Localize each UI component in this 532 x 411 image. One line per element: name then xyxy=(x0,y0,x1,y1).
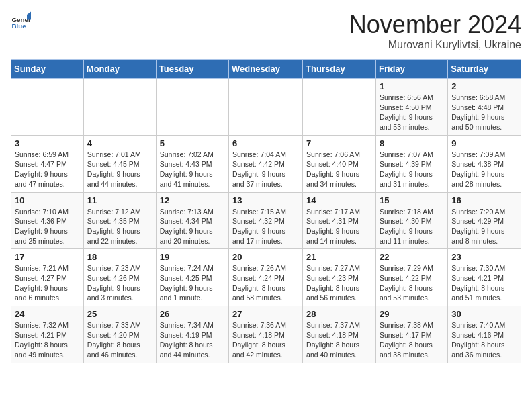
day-info: Sunrise: 7:32 AMSunset: 4:21 PMDaylight:… xyxy=(15,320,80,360)
day-number: 12 xyxy=(160,195,225,205)
day-number: 25 xyxy=(87,309,152,319)
header-monday: Monday xyxy=(83,60,156,79)
day-number: 2 xyxy=(451,81,517,91)
svg-marker-2 xyxy=(27,12,31,20)
subtitle: Murovani Kurylivtsi, Ukraine xyxy=(349,39,521,51)
calendar-cell: 27Sunrise: 7:36 AMSunset: 4:18 PMDayligh… xyxy=(229,306,303,363)
day-number: 24 xyxy=(15,309,80,319)
day-info: Sunrise: 7:37 AMSunset: 4:18 PMDaylight:… xyxy=(306,320,372,360)
day-number: 10 xyxy=(15,195,80,205)
day-number: 1 xyxy=(380,81,444,91)
day-number: 19 xyxy=(160,252,225,262)
day-info: Sunrise: 7:30 AMSunset: 4:21 PMDaylight:… xyxy=(451,263,517,303)
day-number: 20 xyxy=(232,252,299,262)
week-row-2: 10Sunrise: 7:10 AMSunset: 4:36 PMDayligh… xyxy=(11,192,521,249)
calendar-cell: 8Sunrise: 7:07 AMSunset: 4:39 PMDaylight… xyxy=(375,135,447,192)
day-number: 30 xyxy=(451,309,517,319)
calendar-cell: 17Sunrise: 7:21 AMSunset: 4:27 PMDayligh… xyxy=(11,249,84,306)
day-info: Sunrise: 7:01 AMSunset: 4:45 PMDaylight:… xyxy=(87,150,152,189)
calendar-cell: 1Sunrise: 6:56 AMSunset: 4:50 PMDaylight… xyxy=(375,79,447,136)
logo-icon: General Blue xyxy=(11,11,31,31)
calendar-cell xyxy=(156,79,228,136)
calendar-cell: 18Sunrise: 7:23 AMSunset: 4:26 PMDayligh… xyxy=(83,249,156,306)
day-info: Sunrise: 7:12 AMSunset: 4:35 PMDaylight:… xyxy=(87,207,152,246)
day-number: 14 xyxy=(306,195,372,205)
header-row: SundayMondayTuesdayWednesdayThursdayFrid… xyxy=(11,60,521,79)
day-info: Sunrise: 6:56 AMSunset: 4:50 PMDaylight:… xyxy=(380,93,444,132)
day-info: Sunrise: 7:29 AMSunset: 4:22 PMDaylight:… xyxy=(380,263,444,303)
calendar-header: SundayMondayTuesdayWednesdayThursdayFrid… xyxy=(11,60,521,79)
day-number: 11 xyxy=(87,195,152,205)
calendar-cell: 19Sunrise: 7:24 AMSunset: 4:25 PMDayligh… xyxy=(156,249,228,306)
day-number: 13 xyxy=(232,195,299,205)
calendar-cell: 25Sunrise: 7:33 AMSunset: 4:20 PMDayligh… xyxy=(83,306,156,363)
day-number: 4 xyxy=(87,138,152,148)
day-number: 23 xyxy=(451,252,517,262)
day-number: 15 xyxy=(380,195,444,205)
calendar-cell: 2Sunrise: 6:58 AMSunset: 4:48 PMDaylight… xyxy=(448,79,521,136)
day-number: 7 xyxy=(306,138,372,148)
day-info: Sunrise: 7:24 AMSunset: 4:25 PMDaylight:… xyxy=(160,263,225,303)
calendar-cell: 23Sunrise: 7:30 AMSunset: 4:21 PMDayligh… xyxy=(448,249,521,306)
day-number: 27 xyxy=(232,309,299,319)
day-number: 5 xyxy=(160,138,225,148)
day-info: Sunrise: 7:36 AMSunset: 4:18 PMDaylight:… xyxy=(232,320,299,360)
calendar-cell: 22Sunrise: 7:29 AMSunset: 4:22 PMDayligh… xyxy=(375,249,447,306)
calendar-cell: 11Sunrise: 7:12 AMSunset: 4:35 PMDayligh… xyxy=(83,192,156,249)
header-tuesday: Tuesday xyxy=(156,60,228,79)
calendar-cell: 13Sunrise: 7:15 AMSunset: 4:32 PMDayligh… xyxy=(229,192,303,249)
week-row-1: 3Sunrise: 6:59 AMSunset: 4:47 PMDaylight… xyxy=(11,135,521,192)
calendar-cell: 6Sunrise: 7:04 AMSunset: 4:42 PMDaylight… xyxy=(229,135,303,192)
day-number: 21 xyxy=(306,252,372,262)
day-number: 22 xyxy=(380,252,444,262)
week-row-4: 24Sunrise: 7:32 AMSunset: 4:21 PMDayligh… xyxy=(11,306,521,363)
day-info: Sunrise: 7:38 AMSunset: 4:17 PMDaylight:… xyxy=(380,320,444,360)
calendar-cell: 10Sunrise: 7:10 AMSunset: 4:36 PMDayligh… xyxy=(11,192,84,249)
calendar-cell: 24Sunrise: 7:32 AMSunset: 4:21 PMDayligh… xyxy=(11,306,84,363)
calendar-cell: 7Sunrise: 7:06 AMSunset: 4:40 PMDaylight… xyxy=(303,135,376,192)
calendar-cell: 16Sunrise: 7:20 AMSunset: 4:29 PMDayligh… xyxy=(448,192,521,249)
day-info: Sunrise: 7:34 AMSunset: 4:19 PMDaylight:… xyxy=(160,320,225,360)
calendar-body: 1Sunrise: 6:56 AMSunset: 4:50 PMDaylight… xyxy=(11,79,521,363)
day-info: Sunrise: 7:40 AMSunset: 4:16 PMDaylight:… xyxy=(451,320,517,360)
day-info: Sunrise: 7:26 AMSunset: 4:24 PMDaylight:… xyxy=(232,263,299,303)
header-thursday: Thursday xyxy=(303,60,376,79)
day-info: Sunrise: 7:06 AMSunset: 4:40 PMDaylight:… xyxy=(306,150,372,189)
calendar-cell: 21Sunrise: 7:27 AMSunset: 4:23 PMDayligh… xyxy=(303,249,376,306)
header-sunday: Sunday xyxy=(11,60,84,79)
header-wednesday: Wednesday xyxy=(229,60,303,79)
day-info: Sunrise: 7:13 AMSunset: 4:34 PMDaylight:… xyxy=(160,207,225,246)
calendar-cell: 12Sunrise: 7:13 AMSunset: 4:34 PMDayligh… xyxy=(156,192,228,249)
day-info: Sunrise: 7:27 AMSunset: 4:23 PMDaylight:… xyxy=(306,263,372,303)
day-number: 26 xyxy=(160,309,225,319)
calendar-cell: 28Sunrise: 7:37 AMSunset: 4:18 PMDayligh… xyxy=(303,306,376,363)
calendar-cell: 26Sunrise: 7:34 AMSunset: 4:19 PMDayligh… xyxy=(156,306,228,363)
day-info: Sunrise: 7:18 AMSunset: 4:30 PMDaylight:… xyxy=(380,207,444,246)
svg-text:Blue: Blue xyxy=(12,22,27,30)
calendar-cell: 5Sunrise: 7:02 AMSunset: 4:43 PMDaylight… xyxy=(156,135,228,192)
calendar-cell xyxy=(11,79,84,136)
title-block: November 2024 Murovani Kurylivtsi, Ukrai… xyxy=(349,11,521,51)
calendar-cell xyxy=(229,79,303,136)
day-info: Sunrise: 7:09 AMSunset: 4:38 PMDaylight:… xyxy=(451,150,517,189)
day-info: Sunrise: 6:59 AMSunset: 4:47 PMDaylight:… xyxy=(15,150,80,189)
day-number: 28 xyxy=(306,309,372,319)
calendar-cell: 14Sunrise: 7:17 AMSunset: 4:31 PMDayligh… xyxy=(303,192,376,249)
day-info: Sunrise: 6:58 AMSunset: 4:48 PMDaylight:… xyxy=(451,93,517,132)
day-info: Sunrise: 7:02 AMSunset: 4:43 PMDaylight:… xyxy=(160,150,225,189)
calendar-table: SundayMondayTuesdayWednesdayThursdayFrid… xyxy=(11,59,521,363)
day-info: Sunrise: 7:15 AMSunset: 4:32 PMDaylight:… xyxy=(232,207,299,246)
calendar-cell: 30Sunrise: 7:40 AMSunset: 4:16 PMDayligh… xyxy=(448,306,521,363)
calendar-cell xyxy=(83,79,156,136)
day-number: 16 xyxy=(451,195,517,205)
calendar-cell xyxy=(303,79,376,136)
calendar-cell: 4Sunrise: 7:01 AMSunset: 4:45 PMDaylight… xyxy=(83,135,156,192)
page-header: General Blue November 2024 Murovani Kury… xyxy=(11,11,521,51)
day-number: 8 xyxy=(380,138,444,148)
calendar-cell: 9Sunrise: 7:09 AMSunset: 4:38 PMDaylight… xyxy=(448,135,521,192)
calendar-cell: 29Sunrise: 7:38 AMSunset: 4:17 PMDayligh… xyxy=(375,306,447,363)
day-number: 3 xyxy=(15,138,80,148)
day-info: Sunrise: 7:17 AMSunset: 4:31 PMDaylight:… xyxy=(306,207,372,246)
day-number: 18 xyxy=(87,252,152,262)
week-row-0: 1Sunrise: 6:56 AMSunset: 4:50 PMDaylight… xyxy=(11,79,521,136)
